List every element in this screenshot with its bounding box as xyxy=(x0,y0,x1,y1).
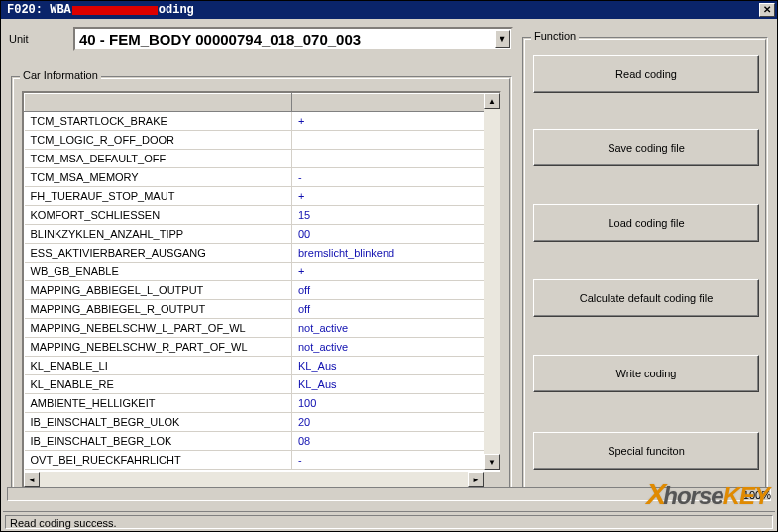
param-name: IB_EINSCHALT_BEGR_LOK xyxy=(25,432,292,451)
param-value: 20 xyxy=(292,413,500,432)
function-group: Function Read coding Save coding file Lo… xyxy=(522,37,768,500)
car-information-group: Car Information TCM_STARTLOCK_BRAKE+TCM_… xyxy=(11,76,512,500)
param-value: off xyxy=(292,281,500,300)
write-coding-button[interactable]: Write coding xyxy=(533,355,759,392)
param-value xyxy=(292,131,500,150)
read-coding-button[interactable]: Read coding xyxy=(533,55,759,93)
table-row[interactable]: KOMFORT_SCHLIESSEN15 xyxy=(25,206,500,225)
progress-bar xyxy=(7,487,771,501)
scroll-up-icon[interactable]: ▲ xyxy=(484,93,500,109)
param-value: - xyxy=(292,451,500,470)
param-name: MAPPING_NEBELSCHW_R_PART_OF_WL xyxy=(25,338,292,357)
horizontal-scrollbar[interactable]: ◄ ► xyxy=(24,472,484,487)
title-prefix: F020: WBA xyxy=(7,3,71,17)
calculate-default-coding-button[interactable]: Calculate default coding file xyxy=(533,279,759,317)
table-row[interactable]: MAPPING_ABBIEGEL_L_OUTPUToff xyxy=(25,281,500,300)
table-row[interactable]: IB_EINSCHALT_BEGR_ULOK20 xyxy=(25,413,500,432)
scroll-right-icon[interactable]: ► xyxy=(468,472,484,487)
param-name: KOMFORT_SCHLIESSEN xyxy=(25,206,292,225)
table-row[interactable]: KL_ENABLE_REKL_Aus xyxy=(25,375,500,394)
special-function-button[interactable]: Special funciton xyxy=(533,432,759,470)
save-coding-file-button[interactable]: Save coding file xyxy=(533,129,759,166)
unit-combo[interactable]: 40 - FEM_BODY 00000794_018_070_003 ▼ xyxy=(73,27,513,51)
close-button[interactable]: ✕ xyxy=(759,3,775,17)
param-value: + xyxy=(292,187,500,206)
chevron-down-icon[interactable]: ▼ xyxy=(495,30,510,48)
table-row[interactable]: IB_EINSCHALT_BEGR_LOK08 xyxy=(25,432,500,451)
param-name: MAPPING_NEBELSCHW_L_PART_OF_WL xyxy=(25,319,292,338)
param-name: MAPPING_ABBIEGEL_R_OUTPUT xyxy=(25,300,292,319)
param-name: FH_TUERAUF_STOP_MAUT xyxy=(25,187,292,206)
param-value: KL_Aus xyxy=(292,357,500,375)
param-value: + xyxy=(292,112,500,131)
param-name: OVT_BEI_RUECKFAHRLICHT xyxy=(25,451,292,470)
unit-label: Unit xyxy=(9,33,63,45)
param-name: WB_GB_ENABLE xyxy=(25,263,292,281)
car-info-table: TCM_STARTLOCK_BRAKE+TCM_LOGIC_R_OFF_DOOR… xyxy=(24,93,500,470)
param-value: 00 xyxy=(292,225,500,244)
title-suffix: oding xyxy=(159,3,194,17)
table-row[interactable]: MAPPING_NEBELSCHW_L_PART_OF_WLnot_active xyxy=(25,319,500,338)
table-row[interactable]: KL_ENABLE_LIKL_Aus xyxy=(25,357,500,375)
param-name: MAPPING_ABBIEGEL_L_OUTPUT xyxy=(25,281,292,300)
param-name: TCM_LOGIC_R_OFF_DOOR xyxy=(25,131,292,150)
table-row[interactable]: FH_TUERAUF_STOP_MAUT+ xyxy=(25,187,500,206)
param-value: off xyxy=(292,300,500,319)
table-row[interactable]: MAPPING_NEBELSCHW_R_PART_OF_WLnot_active xyxy=(25,338,500,357)
param-value: KL_Aus xyxy=(292,375,500,394)
table-row[interactable]: MAPPING_ABBIEGEL_R_OUTPUToff xyxy=(25,300,500,319)
title-redaction xyxy=(72,6,158,15)
scroll-down-icon[interactable]: ▼ xyxy=(484,454,500,470)
unit-value: 40 - FEM_BODY 00000794_018_070_003 xyxy=(79,31,361,48)
table-row[interactable]: TCM_STARTLOCK_BRAKE+ xyxy=(25,112,500,131)
param-value: bremslicht_blinkend xyxy=(292,244,500,263)
param-value: + xyxy=(292,263,500,281)
scroll-left-icon[interactable]: ◄ xyxy=(24,472,40,487)
param-name: TCM_STARTLOCK_BRAKE xyxy=(25,112,292,131)
load-coding-file-button[interactable]: Load coding file xyxy=(533,204,759,242)
table-row[interactable]: TCM_LOGIC_R_OFF_DOOR xyxy=(25,131,500,150)
param-name: AMBIENTE_HELLIGKEIT xyxy=(25,394,292,413)
progress-percent: 100% xyxy=(743,489,771,501)
param-value: not_active xyxy=(292,319,500,338)
car-info-table-wrap: TCM_STARTLOCK_BRAKE+TCM_LOGIC_R_OFF_DOOR… xyxy=(22,91,501,489)
function-legend: Function xyxy=(531,30,579,42)
car-information-legend: Car Information xyxy=(20,69,101,81)
status-text: Read coding success. xyxy=(5,515,773,529)
param-value: 08 xyxy=(292,432,500,451)
param-name: ESS_AKTIVIERBARER_AUSGANG xyxy=(25,244,292,263)
param-value: 15 xyxy=(292,206,500,225)
status-bar: Read coding success. xyxy=(3,511,775,529)
vertical-scrollbar[interactable]: ▲ ▼ xyxy=(484,93,500,470)
param-value: - xyxy=(292,168,500,187)
table-row[interactable]: OVT_BEI_RUECKFAHRLICHT- xyxy=(25,451,500,470)
param-name: IB_EINSCHALT_BEGR_ULOK xyxy=(25,413,292,432)
table-row[interactable]: ESS_AKTIVIERBARER_AUSGANGbremslicht_blin… xyxy=(25,244,500,263)
table-row[interactable]: TCM_MSA_DEFAULT_OFF- xyxy=(25,150,500,168)
param-name: TCM_MSA_MEMORY xyxy=(25,168,292,187)
table-row[interactable]: TCM_MSA_MEMORY- xyxy=(25,168,500,187)
param-name: KL_ENABLE_LI xyxy=(25,357,292,375)
param-value: - xyxy=(292,150,500,168)
app-window: F020: WBA oding ✕ Unit 40 - FEM_BODY 000… xyxy=(0,0,778,532)
titlebar: F020: WBA oding ✕ xyxy=(1,1,777,19)
table-row[interactable]: BLINKZYKLEN_ANZAHL_TIPP00 xyxy=(25,225,500,244)
param-name: BLINKZYKLEN_ANZAHL_TIPP xyxy=(25,225,292,244)
param-name: KL_ENABLE_RE xyxy=(25,375,292,394)
param-value: 100 xyxy=(292,394,500,413)
param-value: not_active xyxy=(292,338,500,357)
table-row[interactable]: AMBIENTE_HELLIGKEIT100 xyxy=(25,394,500,413)
param-name: TCM_MSA_DEFAULT_OFF xyxy=(25,150,292,168)
table-row[interactable]: WB_GB_ENABLE+ xyxy=(25,263,500,281)
